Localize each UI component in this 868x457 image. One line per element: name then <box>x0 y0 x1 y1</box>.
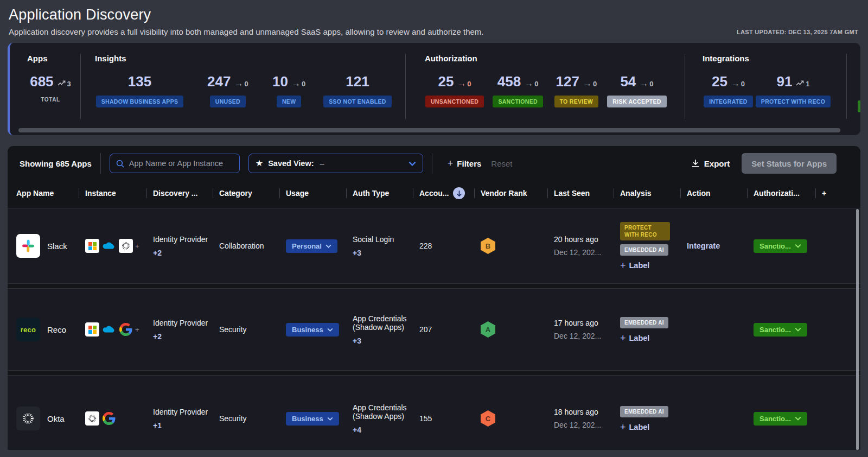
add-label-button[interactable]: + Label <box>620 261 649 270</box>
metric-badge[interactable]: SSO NOT ENABLED <box>323 96 391 107</box>
chevron-down-icon <box>795 244 801 248</box>
microsoft-icon[interactable] <box>85 322 99 337</box>
metric-badge[interactable]: UNSANCTIONED <box>425 96 484 107</box>
metric-badge[interactable]: RISK ACCEPTED <box>607 96 666 107</box>
add-label-button[interactable]: + Label <box>620 334 649 342</box>
authorization-dropdown[interactable]: Sanctio... <box>754 239 807 253</box>
col-instance[interactable]: Instance <box>85 181 153 206</box>
metric-badge[interactable]: INTEGRATED <box>704 96 752 107</box>
col-last-seen[interactable]: Last Seen <box>554 181 620 206</box>
table-row[interactable]: Slack + Identity Provider +2 Collaborati… <box>8 208 860 284</box>
add-column-button[interactable]: + <box>822 181 860 206</box>
trend-value: 3 <box>67 80 71 87</box>
last-updated: LAST UPDATED: DEC 13, 2025 7AM GMT <box>737 29 858 36</box>
discovery-more[interactable]: +2 <box>153 332 212 341</box>
col-usage[interactable]: Usage <box>286 181 353 206</box>
vendor-rank-badge: C <box>481 410 495 427</box>
auth-type-more[interactable]: +4 <box>353 426 412 434</box>
authorization-dropdown[interactable]: Sanctio... <box>754 412 807 426</box>
discovery-more[interactable]: +1 <box>153 421 212 430</box>
last-seen: 20 hours ago <box>554 235 612 244</box>
apps-table-card: Showing 685 Apps ★ Saved View: – + Filte… <box>8 146 860 450</box>
auth-type-more[interactable]: +3 <box>353 249 412 257</box>
export-button[interactable]: Export <box>691 159 730 168</box>
authorization-dropdown[interactable]: Sanctio... <box>754 323 807 337</box>
col-auth-type[interactable]: Auth Type <box>353 181 419 206</box>
discovery-more[interactable]: +2 <box>153 249 212 257</box>
category: Security <box>219 325 286 334</box>
metric-protect-with-reco: 91 1 PROTECT WITH RECO <box>755 72 831 107</box>
reset-button[interactable]: Reset <box>491 159 512 168</box>
discovery-method: Identity Provider <box>153 408 212 416</box>
page-header: Application Discovery Application discov… <box>0 0 868 36</box>
salesforce-icon[interactable] <box>102 239 116 253</box>
metric-new: 10 →0 NEW <box>271 72 307 107</box>
trend-up-icon <box>796 80 805 86</box>
col-vendor-rank[interactable]: Vendor Rank <box>481 181 554 206</box>
category: Collaboration <box>219 242 286 250</box>
google-icon[interactable] <box>102 411 116 426</box>
app-search <box>110 154 240 173</box>
stats-horizontal-scrollbar[interactable] <box>18 128 848 132</box>
usage-dropdown[interactable]: Business <box>286 323 339 337</box>
metric-caption: TOTAL <box>41 97 60 103</box>
google-icon[interactable] <box>119 322 133 337</box>
integrate-action[interactable]: Integrate <box>687 242 720 250</box>
filters-label: Filters <box>457 159 481 168</box>
okta-icon[interactable] <box>85 411 99 426</box>
trend-to-zero: →0 <box>457 80 471 89</box>
okta-icon[interactable] <box>119 239 133 253</box>
auth-type-more[interactable]: +3 <box>353 337 412 345</box>
metric-shadow-business-apps: 135 SHADOW BUSINESS APPS <box>95 72 184 107</box>
stat-group-label: Apps <box>27 54 74 63</box>
metric-badge[interactable]: UNUSED <box>210 96 246 107</box>
col-discovery[interactable]: Discovery ... <box>153 181 219 206</box>
analysis-badge[interactable]: PROTECT WITH RECO <box>620 222 670 240</box>
col-category[interactable]: Category <box>219 181 286 206</box>
chevron-down-icon <box>327 417 333 421</box>
analysis-badge[interactable]: EMBEDDED AI <box>620 406 668 417</box>
metric-integrated: 25 →0 INTEGRATED <box>703 72 754 107</box>
metric-badge[interactable]: PROTECT WITH RECO <box>756 96 831 107</box>
col-analysis[interactable]: Analysis <box>620 181 687 206</box>
more-instances[interactable]: + <box>135 326 139 334</box>
analysis-badge[interactable]: EMBEDDED AI <box>620 244 668 256</box>
page-subtitle: Application discovery provides a full vi… <box>9 27 484 36</box>
sort-descending-icon[interactable] <box>453 187 465 199</box>
usage-dropdown[interactable]: Personal <box>286 239 337 253</box>
auth-type: Social Login <box>353 235 412 244</box>
trend-up: 3 <box>58 80 71 89</box>
add-label-button[interactable]: + Label <box>620 423 649 431</box>
set-status-button[interactable]: Set Status for Apps <box>742 153 837 174</box>
metric-value: 25 <box>712 74 727 89</box>
usage-dropdown[interactable]: Business <box>286 412 339 426</box>
col-app-name[interactable]: App Name <box>16 181 85 206</box>
saved-view-label: Saved View: <box>268 159 314 168</box>
discovery-method: Identity Provider <box>153 235 212 244</box>
accounts-count: 207 <box>419 325 481 334</box>
table-vertical-scrollbar[interactable] <box>856 209 859 450</box>
app-name: Reco <box>47 325 66 334</box>
chevron-down-icon <box>409 161 416 166</box>
metric-badge[interactable]: TO REVIEW <box>554 96 598 107</box>
last-seen: 18 hours ago <box>554 408 612 416</box>
analysis-badge[interactable]: EMBEDDED AI <box>620 317 668 328</box>
metric-badge[interactable]: NEW <box>277 96 301 107</box>
filters-button[interactable]: + Filters <box>448 159 482 168</box>
search-input[interactable] <box>129 159 234 168</box>
more-instances[interactable]: + <box>135 242 139 250</box>
col-accounts[interactable]: Accou... <box>419 181 481 206</box>
arrow-right-icon: → <box>731 80 740 87</box>
arrow-right-icon: → <box>234 80 243 87</box>
table-row[interactable]: Okta Identity Provider +1 Security Busin… <box>8 375 860 450</box>
metric-badge[interactable]: SHADOW BUSINESS APPS <box>96 96 184 107</box>
col-authorization[interactable]: Authorizati... <box>754 181 822 206</box>
divider <box>432 153 432 174</box>
table-row[interactable]: reco Reco + Identity Provider +2 <box>8 288 860 371</box>
saved-view-select[interactable]: ★ Saved View: – <box>248 154 423 173</box>
microsoft-icon[interactable] <box>85 239 99 253</box>
salesforce-icon[interactable] <box>102 322 116 337</box>
metric-value: 10 <box>272 74 288 89</box>
metric-badge[interactable]: SANCTIONED <box>493 96 542 107</box>
col-action[interactable]: Action <box>687 181 754 206</box>
